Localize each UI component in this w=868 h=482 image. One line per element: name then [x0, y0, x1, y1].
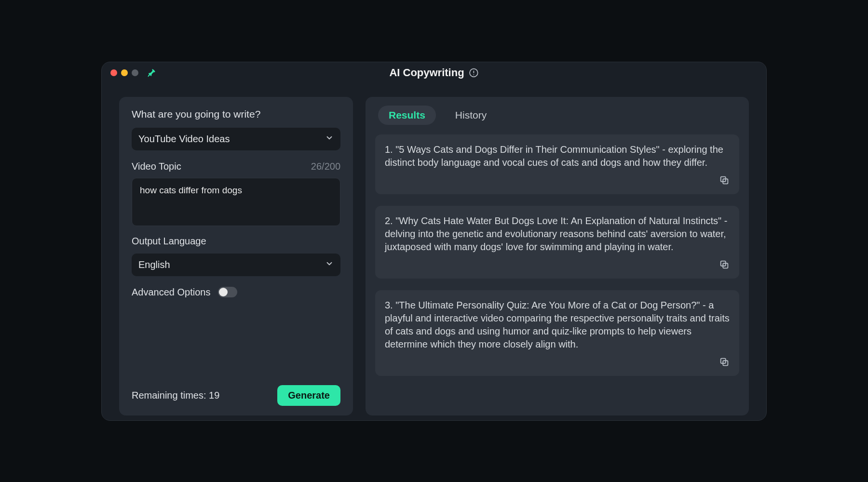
template-select[interactable]: YouTube Video Ideas [132, 128, 340, 150]
result-text: 3. "The Ultimate Personality Quiz: Are Y… [385, 299, 730, 351]
copy-icon[interactable] [719, 357, 730, 369]
topic-label: Video Topic [132, 161, 181, 172]
generate-button[interactable]: Generate [277, 385, 340, 406]
remaining-count: Remaining times: 19 [132, 390, 219, 401]
bottom-row: Remaining times: 19 Generate [132, 385, 340, 406]
result-item: 3. "The Ultimate Personality Quiz: Are Y… [375, 290, 739, 376]
advanced-options-label: Advanced Options [132, 287, 210, 298]
svg-point-2 [474, 74, 475, 75]
title-group: AI Copywriting [389, 67, 478, 79]
language-label: Output Language [132, 236, 340, 247]
language-select[interactable]: English [132, 254, 340, 276]
topic-input[interactable] [132, 178, 340, 226]
advanced-options-toggle[interactable] [218, 287, 237, 297]
copy-icon[interactable] [719, 259, 730, 272]
content-area: What are you going to write? YouTube Vid… [102, 83, 766, 420]
chevron-down-icon [325, 259, 334, 270]
window-controls [110, 69, 138, 76]
input-panel: What are you going to write? YouTube Vid… [119, 97, 353, 415]
titlebar: AI Copywriting [102, 62, 766, 83]
tab-results[interactable]: Results [378, 106, 436, 125]
output-panel: Results History 1. "5 Ways Cats and Dogs… [366, 97, 749, 415]
close-window-button[interactable] [110, 69, 117, 76]
maximize-window-button[interactable] [132, 69, 138, 76]
topic-field-row: Video Topic 26/200 [132, 161, 340, 172]
language-selected-value: English [138, 259, 170, 270]
topic-char-count: 26/200 [311, 161, 340, 172]
app-window: AI Copywriting What are you going to wri… [101, 62, 767, 421]
result-text: 2. "Why Cats Hate Water But Dogs Love It… [385, 214, 730, 254]
chevron-down-icon [325, 134, 334, 145]
template-selected-value: YouTube Video Ideas [138, 134, 230, 145]
pin-icon[interactable] [147, 68, 156, 77]
copy-icon[interactable] [719, 175, 730, 187]
info-icon[interactable] [469, 68, 479, 78]
results-list[interactable]: 1. "5 Ways Cats and Dogs Differ in Their… [375, 134, 739, 415]
result-item: 1. "5 Ways Cats and Dogs Differ in Their… [375, 134, 739, 194]
result-text: 1. "5 Ways Cats and Dogs Differ in Their… [385, 143, 730, 169]
prompt-label: What are you going to write? [132, 108, 340, 120]
output-tabs: Results History [375, 106, 739, 125]
tab-history[interactable]: History [445, 106, 497, 125]
result-item: 2. "Why Cats Hate Water But Dogs Love It… [375, 206, 739, 279]
minimize-window-button[interactable] [121, 69, 128, 76]
advanced-options-row: Advanced Options [132, 287, 340, 298]
app-title: AI Copywriting [389, 67, 464, 79]
